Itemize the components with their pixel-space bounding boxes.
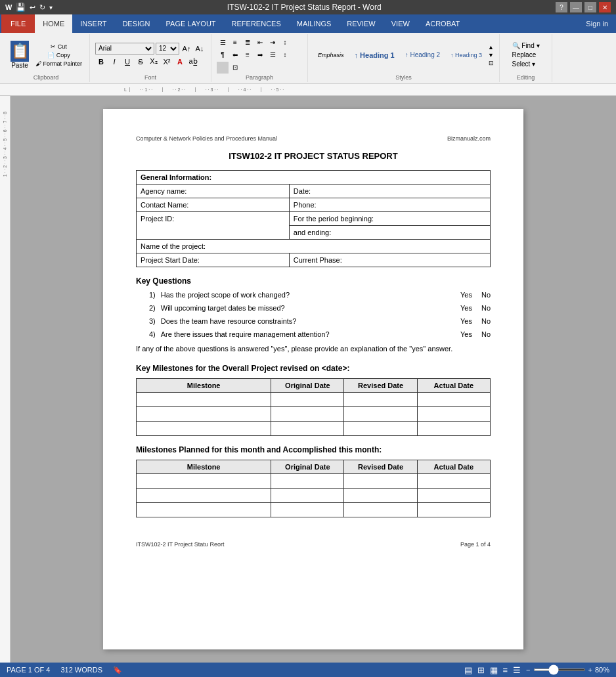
paste-button[interactable]: 📋 Paste bbox=[8, 39, 32, 70]
styles-group: Emphasis ↑ Heading 1 ↑ Heading 2 ↑ Headi… bbox=[308, 34, 500, 82]
strikethrough-button[interactable]: S bbox=[135, 56, 146, 68]
project-name-label: Name of the project: bbox=[137, 240, 491, 253]
show-marks-button[interactable]: ¶ bbox=[217, 49, 229, 61]
doc-area[interactable]: Computer & Network Policies and Procedur… bbox=[11, 96, 616, 663]
align-center-button[interactable]: ≡ bbox=[242, 49, 253, 61]
cut-button[interactable]: ✂ Cut bbox=[33, 43, 84, 51]
format-painter-button[interactable]: 🖌 Format Painter bbox=[33, 60, 84, 68]
zoom-out-button[interactable]: − bbox=[526, 666, 530, 674]
style-heading2[interactable]: ↑ Heading 2 bbox=[401, 49, 445, 60]
tab-design[interactable]: DESIGN bbox=[114, 14, 158, 33]
quick-access-undo[interactable]: ↩ bbox=[30, 3, 35, 12]
tab-references[interactable]: REFERENCES bbox=[224, 14, 289, 33]
yes-label-4: Yes bbox=[460, 330, 472, 338]
tab-acrobat[interactable]: ACROBAT bbox=[418, 14, 468, 33]
style-heading3[interactable]: ↑ Heading 3 bbox=[446, 50, 487, 60]
paragraph-group-content: ☰ ≡ ≣ ⇤ ⇥ ↕ ¶ ⬅ ≡ ➡ ☰ ↕ ⊡ bbox=[217, 35, 302, 74]
clipboard-small-btns: ✂ Cut 📄 Copy 🖌 Format Painter bbox=[33, 43, 84, 68]
view-draft-button[interactable]: ☰ bbox=[513, 665, 521, 675]
zoom-slider[interactable] bbox=[533, 668, 586, 671]
align-right-button[interactable]: ➡ bbox=[254, 49, 266, 61]
quick-access-redo[interactable]: ↻ bbox=[39, 3, 45, 12]
word-icon: W bbox=[5, 3, 12, 11]
period-beginning-label: For the period beginning: bbox=[289, 212, 490, 226]
styles-expand[interactable]: ⊡ bbox=[488, 60, 494, 66]
bold-button[interactable]: B bbox=[95, 56, 107, 68]
styles-scroll-up[interactable]: ▲ bbox=[488, 44, 494, 51]
tab-review[interactable]: REVIEW bbox=[339, 14, 383, 33]
help-button[interactable]: ? bbox=[556, 2, 567, 12]
style-heading1[interactable]: ↑ Heading 1 bbox=[350, 49, 399, 61]
clipboard-group-content: 📋 Paste ✂ Cut 📄 Copy 🖌 Format Painter bbox=[8, 35, 84, 74]
table-row bbox=[137, 421, 491, 435]
actual-date-cell bbox=[417, 421, 490, 435]
close-button[interactable]: ✕ bbox=[599, 2, 611, 12]
tab-view[interactable]: VIEW bbox=[384, 14, 418, 33]
shading-button[interactable] bbox=[217, 62, 229, 74]
editing-group-content: 🔍 Find ▾ Replace Select ▾ bbox=[510, 35, 542, 74]
find-button[interactable]: 🔍 Find ▾ bbox=[510, 41, 542, 50]
yes-no-3: Yes No bbox=[460, 317, 491, 325]
increase-indent-button[interactable]: ⇥ bbox=[267, 37, 278, 49]
decrease-font-button[interactable]: A↓ bbox=[194, 43, 206, 55]
tab-mailings[interactable]: MAILINGS bbox=[289, 14, 340, 33]
superscript-button[interactable]: X² bbox=[161, 56, 173, 68]
font-name-select[interactable]: Arial bbox=[95, 43, 154, 55]
milestone-cell bbox=[137, 488, 271, 502]
font-row1: Arial 12 A↑ A↓ bbox=[95, 43, 206, 55]
explanation-text: If any of the above questions is answere… bbox=[136, 343, 491, 355]
sign-in-button[interactable]: Sign in bbox=[578, 14, 616, 33]
multilevel-button[interactable]: ≣ bbox=[242, 37, 253, 49]
actual-date-cell bbox=[417, 406, 490, 421]
paste-icon: 📋 bbox=[11, 41, 29, 62]
decrease-indent-button[interactable]: ⇤ bbox=[254, 37, 266, 49]
font-color-button[interactable]: A bbox=[174, 56, 186, 68]
justify-button[interactable]: ☰ bbox=[267, 49, 278, 61]
italic-button[interactable]: I bbox=[108, 56, 120, 68]
sort-button[interactable]: ↕ bbox=[279, 37, 291, 49]
yes-label-3: Yes bbox=[460, 317, 472, 325]
bullets-button[interactable]: ☰ bbox=[217, 37, 229, 49]
underline-button[interactable]: U bbox=[121, 56, 133, 68]
document-page: Computer & Network Policies and Procedur… bbox=[103, 109, 523, 649]
project-start-date-label: Project Start Date: bbox=[137, 253, 290, 267]
styles-scroll-down[interactable]: ▼ bbox=[488, 52, 494, 58]
highlight-button[interactable]: ab̲ bbox=[187, 56, 199, 68]
tab-insert[interactable]: INSERT bbox=[72, 14, 114, 33]
view-web-button[interactable]: ⊞ bbox=[477, 665, 485, 675]
copy-button[interactable]: 📄 Copy bbox=[33, 51, 84, 59]
minimize-button[interactable]: — bbox=[570, 2, 582, 12]
question-text-2: Will upcoming target dates be missed? bbox=[161, 304, 454, 312]
align-left-button[interactable]: ⬅ bbox=[229, 49, 241, 61]
ruler-container: L · · 1 · · · · 2 · · · · 3 · · · · 4 · … bbox=[16, 84, 616, 96]
tab-file[interactable]: FILE bbox=[1, 14, 35, 33]
maximize-button[interactable]: □ bbox=[584, 2, 596, 12]
increase-font-button[interactable]: A↑ bbox=[181, 43, 192, 55]
numbering-button[interactable]: ≡ bbox=[229, 37, 241, 49]
general-info-header: General Information: bbox=[137, 171, 491, 185]
zoom-in-button[interactable]: + bbox=[588, 666, 592, 674]
original-date-col-header: Original Date bbox=[271, 460, 344, 473]
doc-footer-left: ITSW102-2 IT Project Statu Reort bbox=[136, 541, 224, 548]
font-size-select[interactable]: 12 bbox=[156, 43, 179, 55]
quick-access-save[interactable]: 💾 bbox=[16, 3, 26, 12]
tab-home[interactable]: HOME bbox=[35, 14, 72, 33]
line-spacing-button[interactable]: ↕ bbox=[279, 49, 291, 61]
view-print-button[interactable]: ▦ bbox=[490, 665, 498, 675]
view-outline-button[interactable]: ≡ bbox=[503, 665, 508, 675]
subscript-button[interactable]: X₂ bbox=[148, 56, 160, 68]
revised-date-col-header: Revised Date bbox=[344, 378, 417, 392]
replace-button[interactable]: Replace bbox=[510, 51, 542, 59]
borders-button[interactable]: ⊡ bbox=[229, 62, 241, 74]
select-button[interactable]: Select ▾ bbox=[510, 60, 542, 68]
table-row: Agency name: Date: bbox=[137, 185, 491, 198]
milestone-cell bbox=[137, 406, 271, 421]
left-ruler: 1 · · 2 · · 3 · · 4 · · 5 · · 6 · · 7 · … bbox=[0, 96, 11, 663]
style-emphasis[interactable]: Emphasis bbox=[313, 50, 349, 60]
project-id-label: Project ID: bbox=[137, 212, 290, 240]
view-normal-button[interactable]: ▤ bbox=[464, 665, 472, 675]
font-group-content: Arial 12 A↑ A↓ B I U S X₂ X² A ab̲ bbox=[95, 35, 206, 74]
tab-page-layout[interactable]: PAGE LAYOUT bbox=[158, 14, 224, 33]
language-indicator: 🔖 bbox=[113, 666, 122, 674]
question-num-2: 2) bbox=[149, 304, 156, 312]
